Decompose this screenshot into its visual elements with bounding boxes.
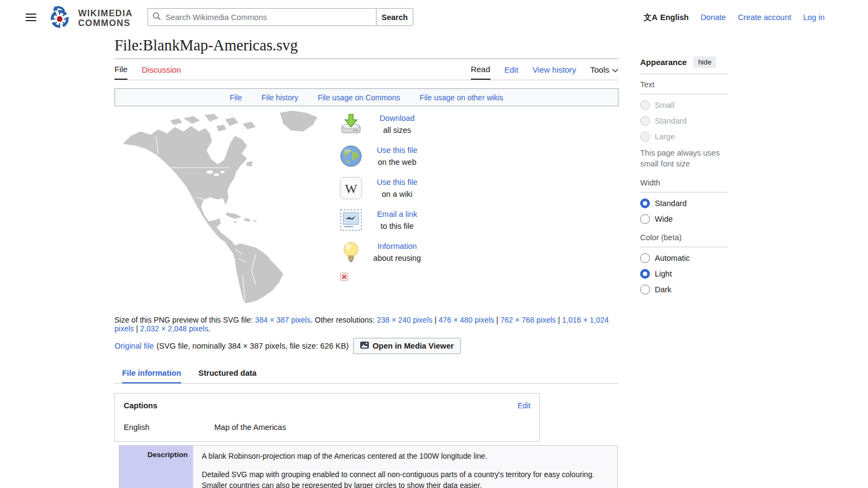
description-label: Description	[119, 446, 193, 488]
resolution-link[interactable]: 238 × 240 pixels	[377, 316, 432, 324]
radio-icon	[640, 214, 650, 224]
radio-color-light[interactable]: Light	[640, 269, 727, 279]
description-paragraph: Detailed SVG map with grouping enabled t…	[202, 470, 609, 488]
media-viewer-icon	[360, 342, 369, 350]
radio-icon	[640, 100, 650, 110]
filenav-file[interactable]: File	[229, 93, 242, 102]
action-download: Download all sizes	[339, 113, 431, 137]
filenav-usage-other-wikis[interactable]: File usage on other wikis	[419, 93, 503, 102]
radio-icon	[640, 132, 650, 142]
caption-row: English Map of the Americas	[124, 423, 531, 432]
email-link[interactable]: Email a link	[377, 210, 417, 219]
page-title: File:BlankMap-Americas.svg	[114, 37, 618, 59]
logo-wordmark: WIKIMEDIA COMMONS	[78, 8, 133, 28]
search-button[interactable]: Search	[376, 8, 413, 26]
search-field-wrap	[148, 8, 376, 26]
radio-width-standard[interactable]: Standard	[640, 198, 727, 208]
description-text: A blank Robinson-projection map of the A…	[193, 446, 617, 488]
header-user-links: 文A English Donate Create account Log in	[643, 0, 825, 35]
radio-icon	[640, 116, 650, 126]
search-input[interactable]	[164, 12, 372, 22]
original-file-details: (SVG file, nominally 384 × 387 pixels, f…	[157, 342, 349, 350]
appearance-panel: Appearance hide Text Small Standard Larg…	[640, 56, 727, 294]
resolution-link[interactable]: 2,032 × 2,048 pixels	[140, 324, 208, 333]
info-tabs: File information Structured data	[114, 369, 618, 384]
caption-language: English	[124, 423, 214, 432]
original-file-link[interactable]: Original file	[114, 342, 154, 350]
download-link[interactable]: Download	[380, 114, 415, 123]
radio-icon	[640, 285, 650, 294]
tab-view-history[interactable]: View history	[532, 59, 576, 80]
tab-edit[interactable]: Edit	[505, 59, 519, 80]
width-section-title: Width	[640, 172, 727, 192]
filenav-usage-commons[interactable]: File usage on Commons	[318, 93, 400, 102]
use-wiki-sub: on a wiki	[382, 190, 412, 198]
menu-icon[interactable]	[24, 12, 38, 23]
commons-logo-icon	[48, 4, 72, 31]
caption-text: Map of the Americas	[214, 423, 286, 432]
broken-image-icon	[340, 274, 348, 282]
file-actions: Download all sizes Use this file on the …	[339, 111, 431, 304]
preview-size-link[interactable]: 384 × 387 pixels	[255, 316, 310, 324]
svg-text:W: W	[345, 182, 358, 196]
tab-file[interactable]: File	[114, 59, 127, 80]
appearance-title: Appearance	[640, 57, 687, 67]
radio-color-dark[interactable]: Dark	[640, 285, 727, 294]
tab-discussion[interactable]: Discussion	[142, 59, 181, 80]
action-information: Information about reusing	[339, 241, 431, 265]
email-sub: to this file	[380, 222, 413, 230]
log-in-link[interactable]: Log in	[803, 13, 825, 22]
original-file-line: Original file (SVG file, nominally 384 ×…	[114, 338, 618, 354]
tab-structured-data[interactable]: Structured data	[199, 369, 257, 383]
text-section-title: Text	[640, 74, 727, 94]
download-icon[interactable]	[339, 112, 363, 138]
information-sub: about reusing	[373, 254, 421, 262]
size-info: Size of this PNG preview of this SVG fil…	[114, 316, 618, 333]
filenav-file-history[interactable]: File history	[261, 93, 298, 102]
radio-text-standard[interactable]: Standard	[640, 116, 727, 126]
appearance-hide-button[interactable]: hide	[693, 56, 717, 68]
top-header: WIKIMEDIA COMMONS Search 文A English Dona…	[0, 0, 868, 35]
open-media-viewer-button[interactable]: Open in Media Viewer	[353, 338, 461, 354]
use-web-link[interactable]: Use this file	[377, 146, 418, 155]
tab-file-information[interactable]: File information	[122, 369, 181, 383]
lightbulb-icon[interactable]	[339, 240, 363, 266]
search-icon	[152, 12, 161, 22]
radio-color-automatic[interactable]: Automatic	[640, 253, 727, 263]
radio-text-large[interactable]: Large	[640, 132, 727, 142]
donate-link[interactable]: Donate	[700, 13, 726, 22]
page-tabs: File Discussion Read Edit View history T…	[114, 59, 618, 80]
use-wiki-link[interactable]: Use this file	[377, 178, 418, 187]
captions-edit-link[interactable]: Edit	[518, 401, 531, 410]
description-paragraph: A blank Robinson-projection map of the A…	[202, 451, 609, 462]
main-content: File:BlankMap-Americas.svg File Discussi…	[114, 35, 618, 488]
radio-width-wide[interactable]: Wide	[640, 214, 727, 224]
search-bar: Search	[148, 8, 413, 26]
language-selector[interactable]: 文A English	[643, 12, 688, 23]
globe-icon[interactable]	[339, 144, 363, 170]
tab-read[interactable]: Read	[471, 59, 490, 80]
file-section-nav: File File history File usage on Commons …	[114, 88, 618, 106]
radio-text-small[interactable]: Small	[640, 100, 727, 110]
action-use-wiki: W Use this file on a wiki	[339, 177, 431, 201]
information-link[interactable]: Information	[378, 242, 417, 251]
create-account-link[interactable]: Create account	[738, 13, 791, 22]
wikimedia-commons-logo[interactable]: WIKIMEDIA COMMONS	[48, 4, 133, 31]
color-section-title: Color (beta)	[640, 227, 727, 247]
text-section-note: This page always uses small font size	[640, 148, 727, 169]
wikipedia-icon[interactable]: W	[339, 176, 363, 202]
resolution-link[interactable]: 762 × 768 pixels	[500, 316, 556, 324]
radio-icon-selected	[640, 198, 650, 208]
radio-icon-selected	[640, 269, 650, 279]
email-stamp-icon[interactable]	[339, 208, 363, 234]
resolution-link[interactable]: 476 × 480 pixels	[438, 316, 494, 324]
download-sub: all sizes	[383, 126, 411, 134]
tools-menu[interactable]: Tools	[590, 59, 618, 80]
language-icon: 文A	[643, 12, 658, 23]
radio-icon	[640, 253, 650, 263]
map-preview-image[interactable]	[114, 111, 331, 304]
file-preview-area: Download all sizes Use this file on the …	[114, 111, 618, 304]
chevron-down-icon	[612, 65, 618, 74]
description-table: Description A blank Robinson-projection …	[119, 445, 618, 488]
action-use-web: Use this file on the web	[339, 145, 431, 169]
